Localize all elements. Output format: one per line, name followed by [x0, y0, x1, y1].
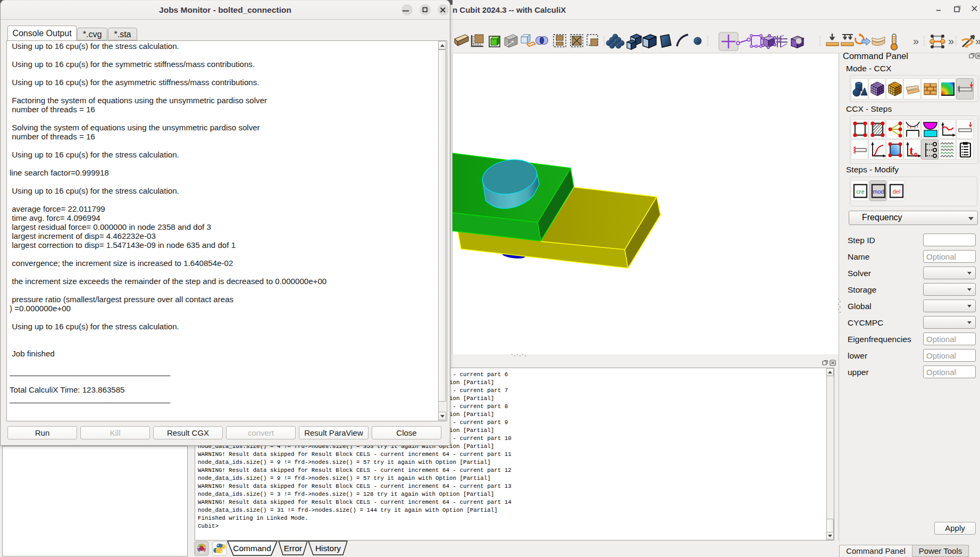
svg-text:Command: Command — [233, 544, 271, 553]
svg-text:»: » — [975, 35, 980, 47]
svg-text:t: t — [909, 144, 914, 157]
svg-text:»: » — [913, 35, 919, 47]
svg-text:mod: mod — [873, 188, 884, 195]
svg-text:cre: cre — [856, 188, 864, 195]
svg-text:0: 0 — [914, 151, 918, 159]
svg-text:del: del — [893, 188, 901, 195]
svg-text:Error: Error — [284, 544, 302, 553]
svg-text:»: » — [948, 35, 954, 47]
svg-text:History: History — [315, 544, 341, 553]
